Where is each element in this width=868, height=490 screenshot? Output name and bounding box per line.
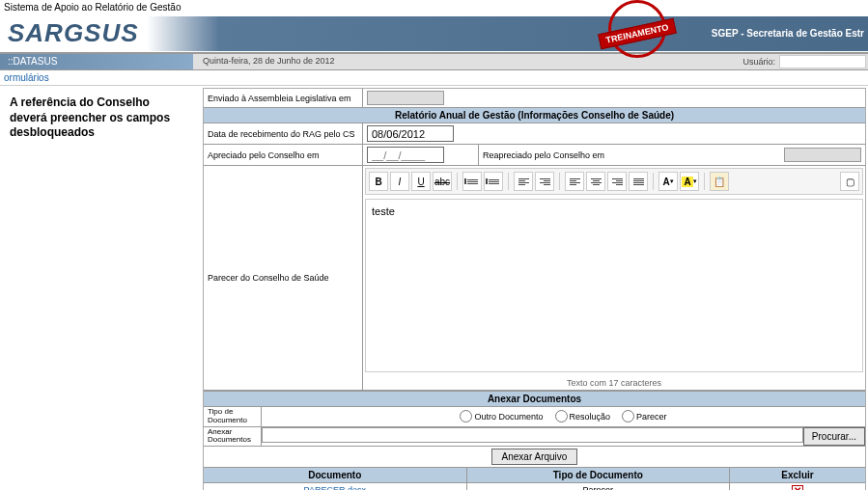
- enviado-field: [367, 91, 444, 105]
- section-header: Relatório Anual de Gestão (Informações C…: [204, 108, 865, 123]
- user-box: Usuário:: [741, 54, 868, 69]
- label-enviado: Enviado à Assembleia Legislativa em: [204, 89, 363, 107]
- form-area: Enviado à Assembleia Legislativa em Rela…: [203, 88, 866, 490]
- bold-icon[interactable]: B: [369, 172, 388, 191]
- doc-link[interactable]: PARECER.docx: [304, 485, 366, 490]
- char-count: Texto com 17 caracteres: [363, 376, 865, 390]
- radio-resolucao[interactable]: Resolução: [555, 410, 611, 422]
- align-center-icon[interactable]: [586, 172, 605, 191]
- col-documento: Documento: [204, 468, 467, 482]
- radio-outro[interactable]: Outro Documento: [460, 410, 543, 422]
- align-right-icon[interactable]: [607, 172, 627, 191]
- logo: SARGSUS: [0, 14, 147, 52]
- label-apreciado: Apreciado pelo Conselho em: [204, 145, 363, 165]
- label-recebimento: Data de recebimento do RAG pelo CS: [204, 123, 363, 144]
- tipo-label: Tipo de Documento: [204, 407, 262, 426]
- browse-button[interactable]: Procurar...: [803, 427, 865, 447]
- editor-toolbar: B I U abc A▾ A▾: [365, 168, 863, 195]
- ordered-list-icon[interactable]: [462, 172, 482, 191]
- apreciado-date-input[interactable]: [367, 147, 444, 163]
- sub-bar: ::DATASUS Quinta-feira, 28 de Junho de 2…: [0, 53, 868, 70]
- expand-icon[interactable]: ▢: [840, 172, 859, 191]
- align-justify-icon[interactable]: [629, 172, 648, 191]
- anexar-arquivo-button[interactable]: Anexar Arquivo: [491, 449, 578, 465]
- delete-icon[interactable]: ✕: [792, 485, 803, 490]
- file-path-input[interactable]: [262, 427, 803, 443]
- paste-icon[interactable]: 📋: [710, 172, 729, 191]
- training-stamp: TREINAMENTO: [599, 5, 676, 58]
- user-value: [779, 55, 866, 68]
- datasus-label: ::DATASUS: [0, 54, 193, 69]
- unordered-list-icon[interactable]: [484, 172, 503, 191]
- underline-icon[interactable]: U: [411, 172, 431, 191]
- strike-icon[interactable]: abc: [433, 172, 452, 191]
- italic-icon[interactable]: I: [390, 172, 409, 191]
- col-excluir: Excluir: [730, 468, 865, 482]
- indent-icon[interactable]: [535, 172, 554, 191]
- system-title: Sistema de Apoio ao Relatório de Gestão: [0, 0, 868, 14]
- date-recebimento-input[interactable]: [367, 125, 454, 142]
- col-tipo: Tipo de Documento: [467, 468, 731, 482]
- header-bar: SARGSUS SGEP - Secretaria de Gestão Estr…: [0, 14, 868, 53]
- highlight-icon[interactable]: A▾: [680, 172, 699, 191]
- user-label: Usuário:: [742, 57, 775, 67]
- anexar-header: Anexar Documentos: [204, 391, 865, 407]
- doc-tipo: Parecer: [467, 483, 731, 490]
- editor-textarea[interactable]: [365, 199, 863, 372]
- reapreciado-field: [784, 148, 861, 162]
- text-color-icon[interactable]: A▾: [658, 172, 678, 191]
- outdent-icon[interactable]: [514, 172, 533, 191]
- label-parecer: Parecer do Conselho de Saúde: [204, 166, 363, 390]
- anexar-label: Anexar Documentos: [204, 427, 262, 447]
- table-row: PARECER.docx Parecer ✕: [204, 483, 865, 490]
- radio-parecer[interactable]: Parecer: [622, 410, 667, 422]
- header-right: SGEP - Secretaria de Gestão Estr: [147, 16, 868, 51]
- label-reapreciado: Reapreciado pelo Conselho em: [483, 150, 604, 160]
- side-note: A referência do Conselho deverá preenche…: [2, 88, 195, 490]
- align-left-icon[interactable]: [565, 172, 584, 191]
- formularios-link[interactable]: ormulários: [0, 70, 868, 86]
